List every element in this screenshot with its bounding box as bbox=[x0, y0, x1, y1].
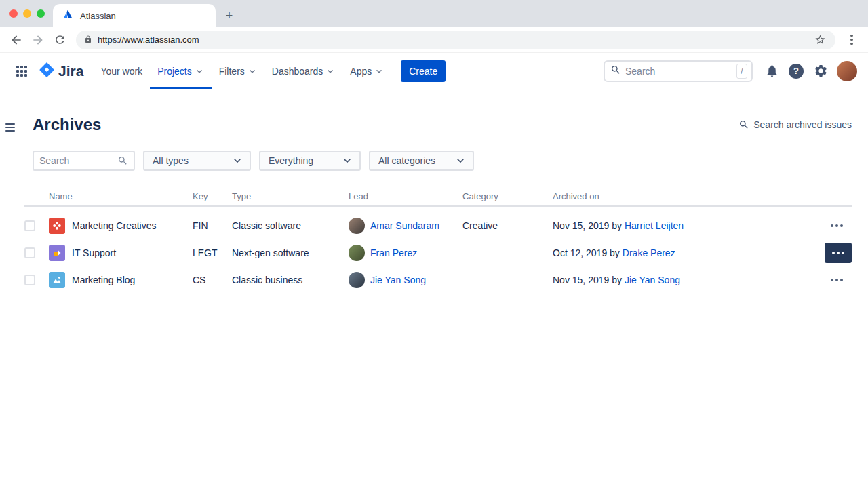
notifications-bell-icon[interactable] bbox=[761, 60, 783, 82]
archived-by-link[interactable]: Drake Perez bbox=[623, 247, 675, 258]
archives-page: Archives Search archived issues All type… bbox=[20, 89, 868, 501]
nav-apps[interactable]: Apps bbox=[342, 53, 391, 89]
table-row: IT Support LEGT Next-gen software Fran P… bbox=[24, 239, 852, 266]
scope-filter-dropdown[interactable]: Everything bbox=[259, 151, 361, 171]
col-key: Key bbox=[193, 191, 232, 201]
lead-avatar bbox=[349, 218, 365, 234]
slash-shortcut-key: / bbox=[736, 64, 747, 79]
types-filter-dropdown[interactable]: All types bbox=[143, 151, 251, 171]
chevron-down-icon bbox=[232, 155, 243, 166]
archives-table: Name Key Type Lead Category Archived on … bbox=[24, 187, 852, 294]
col-type: Type bbox=[232, 191, 349, 201]
zoom-window-button[interactable] bbox=[37, 9, 45, 18]
row-checkbox[interactable] bbox=[24, 247, 35, 258]
page-content: Archives Search archived issues All type… bbox=[0, 89, 868, 501]
bookmark-star-icon[interactable] bbox=[812, 33, 827, 47]
col-lead: Lead bbox=[349, 191, 462, 201]
create-button[interactable]: Create bbox=[401, 60, 446, 82]
project-icon bbox=[49, 245, 65, 261]
page-title: Archives bbox=[33, 115, 101, 134]
chevron-down-icon bbox=[326, 66, 335, 76]
row-checkbox[interactable] bbox=[24, 275, 35, 285]
sidebar-expand-icon[interactable] bbox=[2, 119, 18, 136]
project-type: Classic business bbox=[232, 275, 349, 285]
jira-logo[interactable]: Jira bbox=[39, 62, 83, 80]
project-key: FIN bbox=[193, 220, 232, 231]
project-type: Classic software bbox=[232, 220, 349, 231]
tab-title: Atlassian bbox=[80, 11, 116, 21]
minimize-window-button[interactable] bbox=[23, 9, 31, 18]
search-icon bbox=[117, 155, 128, 166]
col-archived-on: Archived on bbox=[553, 191, 825, 201]
filter-search[interactable] bbox=[33, 151, 135, 171]
jira-logo-icon bbox=[39, 62, 54, 80]
atlassian-favicon-icon bbox=[62, 9, 73, 22]
project-name: IT Support bbox=[72, 247, 116, 258]
help-icon[interactable]: ? bbox=[785, 60, 807, 82]
browser-toolbar bbox=[0, 27, 868, 53]
project-icon bbox=[49, 218, 65, 234]
new-tab-button[interactable]: + bbox=[220, 6, 239, 25]
chevron-down-icon bbox=[342, 155, 353, 166]
lead-link[interactable]: Fran Perez bbox=[370, 247, 417, 258]
archived-date: Nov 15, 2019 by bbox=[553, 220, 622, 231]
chevron-down-icon bbox=[455, 155, 466, 166]
row-actions-icon[interactable] bbox=[825, 218, 849, 234]
close-window-button[interactable] bbox=[9, 9, 18, 18]
chevron-down-icon bbox=[374, 66, 384, 76]
lock-icon bbox=[84, 34, 92, 46]
archived-by-link[interactable]: Harriet Leijten bbox=[625, 220, 684, 231]
search-icon bbox=[738, 119, 749, 130]
nav-dashboards[interactable]: Dashboards bbox=[264, 53, 343, 89]
navbar-icons: ? bbox=[761, 60, 831, 82]
url-input[interactable] bbox=[98, 35, 807, 45]
jira-navbar: Jira Your work Projects Filters Dashboar… bbox=[0, 53, 868, 89]
nav-your-work[interactable]: Your work bbox=[93, 53, 150, 89]
browser-tab[interactable]: Atlassian bbox=[53, 4, 216, 27]
search-archived-issues-link[interactable]: Search archived issues bbox=[738, 119, 852, 130]
main-nav: Your work Projects Filters Dashboards Ap… bbox=[93, 53, 391, 89]
window-controls bbox=[9, 9, 45, 18]
row-actions-icon[interactable] bbox=[825, 272, 849, 288]
search-icon bbox=[610, 64, 621, 78]
global-search-input[interactable] bbox=[625, 66, 732, 77]
lead-link[interactable]: Jie Yan Song bbox=[370, 275, 426, 285]
categories-filter-dropdown[interactable]: All categories bbox=[369, 151, 474, 171]
back-icon[interactable] bbox=[7, 31, 26, 49]
browser-menu-icon[interactable] bbox=[842, 31, 861, 49]
project-key: CS bbox=[193, 275, 232, 285]
address-bar[interactable] bbox=[76, 31, 835, 49]
table-row: Marketing Creatives FIN Classic software… bbox=[24, 212, 852, 239]
nav-filters[interactable]: Filters bbox=[212, 53, 264, 89]
project-name: Marketing Creatives bbox=[72, 220, 157, 231]
project-name: Marketing Blog bbox=[72, 275, 135, 285]
col-name: Name bbox=[49, 191, 193, 201]
nav-projects[interactable]: Projects bbox=[150, 53, 212, 89]
archived-date: Oct 12, 2019 by bbox=[553, 247, 620, 258]
col-category: Category bbox=[462, 191, 553, 201]
chevron-down-icon bbox=[195, 66, 204, 76]
lead-avatar bbox=[349, 245, 365, 261]
filter-bar: All types Everything All categories bbox=[33, 151, 852, 171]
chevron-down-icon bbox=[248, 66, 257, 76]
global-search[interactable]: / bbox=[604, 60, 753, 82]
reload-icon[interactable] bbox=[50, 31, 69, 49]
project-key: LEGT bbox=[193, 247, 232, 258]
project-icon bbox=[49, 272, 65, 288]
table-header: Name Key Type Lead Category Archived on bbox=[24, 187, 852, 207]
sidebar-rail bbox=[0, 89, 20, 501]
user-avatar[interactable] bbox=[837, 61, 857, 81]
project-type: Next-gen software bbox=[232, 247, 349, 258]
jira-wordmark: Jira bbox=[58, 63, 83, 79]
archived-by-link[interactable]: Jie Yan Song bbox=[625, 275, 680, 285]
archived-date: Nov 15, 2019 by bbox=[553, 275, 622, 285]
settings-gear-icon[interactable] bbox=[810, 60, 831, 82]
row-checkbox[interactable] bbox=[24, 220, 35, 231]
row-actions-icon[interactable] bbox=[825, 243, 852, 263]
app-switcher-icon[interactable] bbox=[11, 60, 33, 82]
lead-avatar bbox=[349, 272, 365, 288]
lead-link[interactable]: Amar Sundaram bbox=[370, 220, 439, 231]
filter-search-input[interactable] bbox=[39, 155, 117, 166]
forward-icon[interactable] bbox=[28, 31, 47, 49]
browser-tab-strip: Atlassian + bbox=[0, 0, 868, 27]
